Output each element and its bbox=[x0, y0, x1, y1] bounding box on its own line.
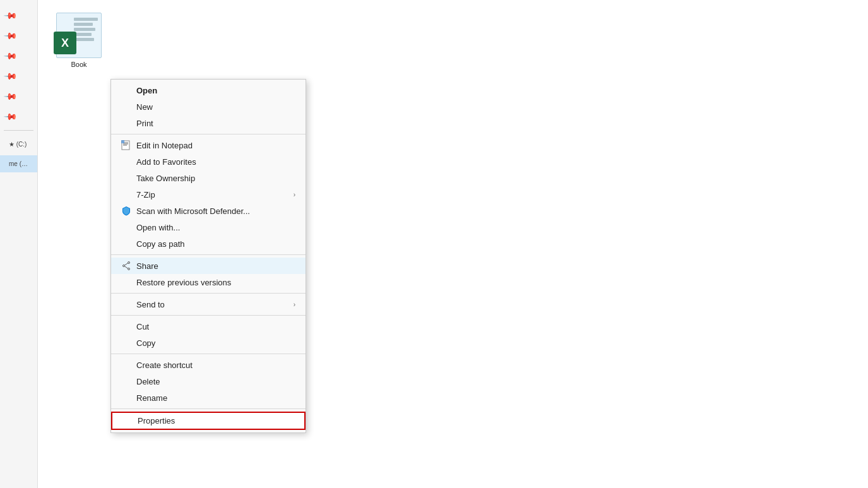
menu-item-properties[interactable]: Properties bbox=[111, 412, 306, 430]
notepad-icon bbox=[120, 140, 133, 150]
sidebar-drive-c[interactable]: ★ (C:) bbox=[0, 136, 37, 153]
defender-label: Scan with Microsoft Defender... bbox=[136, 206, 295, 216]
menu-item-rename[interactable]: Rename bbox=[111, 390, 306, 406]
menu-item-copy-path[interactable]: Copy as path bbox=[111, 235, 306, 252]
sidebar-drive-e[interactable]: me (E:) bbox=[0, 155, 37, 172]
open-label: Open bbox=[136, 86, 295, 95]
menu-item-copy[interactable]: Copy bbox=[111, 335, 306, 351]
menu-item-cut[interactable]: Cut bbox=[111, 318, 306, 335]
add-favorites-label: Add to Favorites bbox=[136, 157, 295, 167]
share-label: Share bbox=[136, 261, 295, 271]
drive-c-label: ★ (C:) bbox=[5, 140, 30, 149]
doc-line-4 bbox=[74, 33, 92, 36]
excel-icon-graphic: X bbox=[56, 13, 102, 58]
create-shortcut-label: Create shortcut bbox=[136, 360, 295, 370]
restore-label: Restore previous versions bbox=[136, 278, 295, 287]
menu-item-restore[interactable]: Restore previous versions bbox=[111, 274, 306, 290]
7zip-label: 7-Zip bbox=[136, 190, 294, 199]
context-menu: Open New Print Edit in Note bbox=[110, 79, 306, 433]
menu-item-new[interactable]: New bbox=[111, 98, 306, 115]
doc-line-3 bbox=[74, 28, 95, 31]
doc-line-1 bbox=[74, 18, 98, 21]
new-label: New bbox=[136, 102, 295, 112]
open-with-label: Open with... bbox=[136, 223, 295, 232]
pin-icon-5: 📌 bbox=[3, 88, 18, 103]
menu-item-open-with[interactable]: Open with... bbox=[111, 219, 306, 235]
excel-badge: X bbox=[54, 32, 76, 54]
print-label: Print bbox=[136, 119, 295, 128]
menu-item-create-shortcut[interactable]: Create shortcut bbox=[111, 357, 306, 373]
menu-item-edit-notepad[interactable]: Edit in Notepad bbox=[111, 137, 306, 153]
menu-item-open[interactable]: Open bbox=[111, 82, 306, 98]
7zip-arrow-icon: › bbox=[294, 191, 295, 198]
menu-item-defender[interactable]: Scan with Microsoft Defender... bbox=[111, 203, 306, 219]
sidebar-pin-4: 📌 bbox=[0, 67, 37, 85]
copy-path-label: Copy as path bbox=[136, 239, 295, 249]
menu-item-7zip[interactable]: 7-Zip › bbox=[111, 186, 306, 203]
svg-point-5 bbox=[128, 262, 130, 264]
menu-separator-2 bbox=[111, 254, 306, 255]
sidebar-divider-1 bbox=[4, 130, 33, 131]
doc-lines bbox=[74, 18, 98, 43]
defender-icon bbox=[120, 206, 133, 216]
svg-point-6 bbox=[128, 268, 130, 270]
file-name-label: Book bbox=[71, 61, 86, 68]
send-to-arrow-icon: › bbox=[294, 301, 295, 308]
menu-item-take-ownership[interactable]: Take Ownership bbox=[111, 170, 306, 186]
svg-line-9 bbox=[124, 266, 128, 269]
menu-item-print[interactable]: Print bbox=[111, 115, 306, 131]
menu-item-share[interactable]: Share bbox=[111, 258, 306, 274]
doc-line-2 bbox=[74, 23, 93, 26]
share-icon bbox=[120, 261, 133, 270]
svg-rect-4 bbox=[121, 140, 124, 143]
properties-label: Properties bbox=[138, 416, 294, 426]
svg-point-7 bbox=[123, 265, 125, 267]
pin-icon-1: 📌 bbox=[3, 8, 18, 22]
sidebar-pin-6: 📌 bbox=[0, 107, 37, 125]
desktop: 📌 📌 📌 📌 📌 📌 ★ (C:) me (E:) bbox=[0, 0, 868, 488]
sidebar-pin-2: 📌 bbox=[0, 27, 37, 44]
delete-label: Delete bbox=[136, 377, 295, 386]
menu-separator-4 bbox=[111, 315, 306, 316]
copy-label: Copy bbox=[136, 338, 295, 348]
sidebar-pin-5: 📌 bbox=[0, 87, 37, 105]
cut-label: Cut bbox=[136, 322, 295, 331]
svg-line-8 bbox=[124, 263, 128, 266]
pin-icon-2: 📌 bbox=[3, 28, 18, 42]
drive-e-label: me (E:) bbox=[5, 159, 32, 169]
sidebar-pin-1: 📌 bbox=[0, 6, 37, 24]
sidebar-pin-3: 📌 bbox=[0, 47, 37, 64]
menu-separator-5 bbox=[111, 354, 306, 354]
send-to-label: Send to bbox=[136, 300, 294, 309]
menu-item-add-favorites[interactable]: Add to Favorites bbox=[111, 153, 306, 170]
rename-label: Rename bbox=[136, 393, 295, 403]
sidebar: 📌 📌 📌 📌 📌 📌 ★ (C:) me (E:) bbox=[0, 0, 38, 488]
edit-notepad-label: Edit in Notepad bbox=[136, 141, 295, 150]
menu-separator-1 bbox=[111, 134, 306, 134]
menu-separator-6 bbox=[111, 408, 306, 409]
take-ownership-label: Take Ownership bbox=[136, 174, 295, 183]
pin-icon-4: 📌 bbox=[3, 68, 18, 83]
excel-file-icon[interactable]: X Book bbox=[51, 13, 107, 76]
doc-line-5 bbox=[74, 38, 94, 41]
menu-item-delete[interactable]: Delete bbox=[111, 373, 306, 390]
menu-separator-3 bbox=[111, 293, 306, 294]
pin-icon-3: 📌 bbox=[3, 48, 18, 62]
file-icon-container: X Book bbox=[51, 13, 107, 76]
menu-item-send-to[interactable]: Send to › bbox=[111, 296, 306, 312]
pin-icon-6: 📌 bbox=[3, 109, 18, 123]
